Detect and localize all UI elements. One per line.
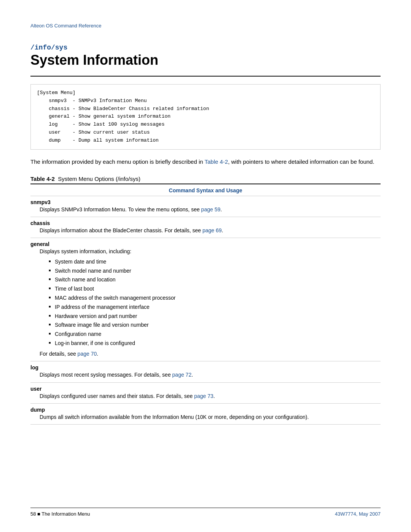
table-number: 4-2: [46, 176, 55, 182]
code-line-6: user - Show current user status: [37, 129, 374, 137]
bullet-item: Configuration name: [49, 330, 381, 339]
general-bullet-list: System date and time Switch model name a…: [40, 257, 381, 348]
cmd-name-log: log: [30, 364, 381, 371]
table-row: snmpv3 Displays SNMPv3 Information Menu.…: [30, 196, 381, 217]
footer-section-name: The Information Menu: [41, 511, 90, 517]
code-line-2: snmpv3 - SNMPv3 Information Menu: [37, 97, 374, 105]
page-footer: 58 ■ The Information Menu 43W7774, May 2…: [30, 508, 381, 517]
intro-paragraph: The information provided by each menu op…: [30, 157, 381, 166]
cmd-name-user: user: [30, 386, 381, 392]
page: Alteon OS Command Reference /info/sys Sy…: [0, 0, 411, 532]
general-page-link[interactable]: page 70: [78, 351, 97, 357]
footer-page-number: 58: [30, 511, 36, 517]
section-title: System Information: [30, 52, 381, 68]
table-title-text: [55, 176, 58, 182]
table-label: Table: [30, 176, 46, 182]
cmd-desc-snmpv3: Displays SNMPv3 Information Menu. To vie…: [30, 205, 381, 214]
bullet-item: Switch model name and number: [49, 267, 381, 276]
table-title-label: System Menu Options (/info/sys): [58, 176, 140, 182]
table-row: dump Dumps all switch information availa…: [30, 403, 381, 424]
main-table: Command Syntax and Usage snmpv3 Displays…: [30, 184, 381, 425]
table-row: general Displays system information, inc…: [30, 238, 381, 361]
footer-right: 43W7774, May 2007: [335, 511, 381, 517]
section-header: /info/sys System Information: [30, 44, 381, 68]
cmd-name-general: general: [30, 241, 381, 247]
cmd-desc-log: Displays most recent syslog messages. Fo…: [30, 371, 381, 379]
table-title-row: Table 4-2 System Menu Options (/info/sys…: [30, 176, 381, 182]
breadcrumb[interactable]: Alteon OS Command Reference: [30, 23, 381, 29]
section-path: /info/sys: [30, 44, 381, 51]
bullet-item: MAC address of the switch management pro…: [49, 294, 381, 303]
cmd-desc-chassis: Displays information about the BladeCent…: [30, 226, 381, 235]
cmd-desc-user: Displays configured user names and their…: [30, 392, 381, 400]
bullet-item: IP address of the management interface: [49, 303, 381, 312]
cmd-name-dump: dump: [30, 407, 381, 413]
code-line-3: chassis - Show BladeCenter Chassis relat…: [37, 105, 374, 113]
code-line-1: [System Menu]: [37, 89, 374, 97]
title-divider: [30, 76, 381, 77]
cmd-name-snmpv3: snmpv3: [30, 199, 381, 205]
log-page-link[interactable]: page 72: [172, 372, 192, 378]
code-line-5: log - Show last 100 syslog messages: [37, 121, 374, 129]
bullet-item: Software image file and version number: [49, 321, 381, 330]
code-line-7: dump - Dump all system information: [37, 137, 374, 145]
table-row: log Displays most recent syslog messages…: [30, 361, 381, 382]
bullet-item: Hardware version and part number: [49, 312, 381, 321]
breadcrumb-link[interactable]: Alteon OS Command Reference: [30, 23, 101, 29]
bullet-item: Time of last boot: [49, 284, 381, 294]
code-line-4: general - Show general system informatio…: [37, 113, 374, 121]
table-header-row: Command Syntax and Usage: [30, 184, 381, 196]
chassis-page-link[interactable]: page 69: [202, 227, 222, 233]
intro-table-link[interactable]: Table 4-2: [204, 158, 228, 165]
user-page-link[interactable]: page 73: [194, 393, 213, 399]
code-block: [System Menu] snmpv3 - SNMPv3 Informatio…: [30, 84, 381, 150]
table-row: user Displays configured user names and …: [30, 382, 381, 403]
footer-separator: ■: [37, 511, 41, 517]
table-header-cell: Command Syntax and Usage: [30, 184, 381, 196]
intro-text-before: The information provided by each menu op…: [30, 158, 204, 165]
cmd-desc-dump: Dumps all switch information available f…: [30, 413, 381, 421]
cmd-name-chassis: chassis: [30, 220, 381, 226]
intro-text-after: , with pointers to where detailed inform…: [228, 158, 374, 165]
bullet-item: Log-in banner, if one is configured: [49, 339, 381, 348]
bullet-item: Switch name and location: [49, 275, 381, 284]
footer-left: 58 ■ The Information Menu: [30, 511, 90, 517]
cmd-desc-general: Displays system information, including: …: [30, 247, 381, 358]
bullet-item: System date and time: [49, 257, 381, 267]
snmpv3-page-link[interactable]: page 59: [201, 206, 221, 212]
table-row: chassis Displays information about the B…: [30, 217, 381, 238]
